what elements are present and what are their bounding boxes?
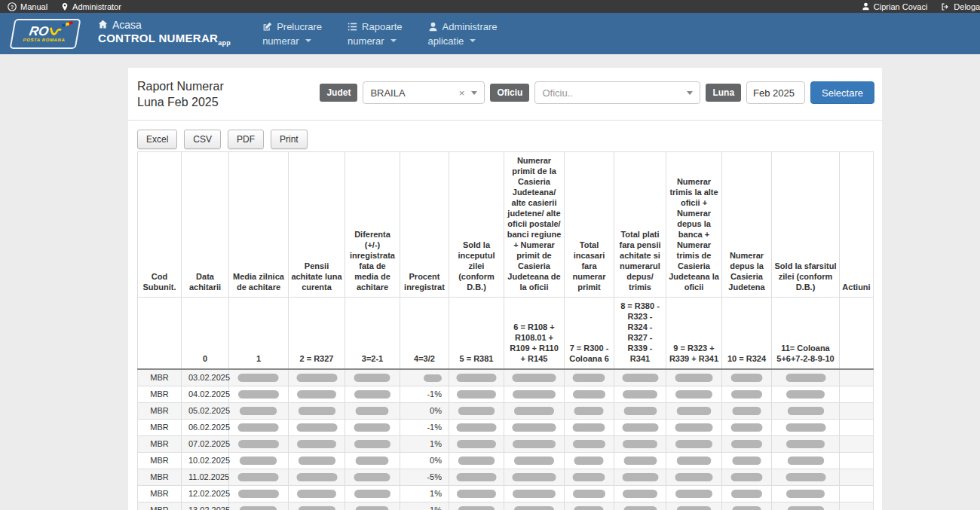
redaction-pill	[456, 473, 497, 481]
formula-cell: 2 = R327	[289, 298, 345, 370]
redaction-pill	[298, 457, 335, 465]
cell-sold-inceput-redacted	[449, 469, 504, 485]
table-row: MBR 06.02.2025 -1%	[138, 419, 874, 435]
oficiu-placeholder: Oficiu..	[542, 87, 687, 99]
cell-actiuni	[840, 469, 874, 485]
cell-sold-sfarsit-redacted	[772, 369, 840, 386]
cell-procent: 1%	[400, 435, 449, 452]
print-export-button[interactable]: Print	[271, 130, 308, 149]
redaction-pill	[296, 374, 337, 382]
cell-pensii-achitate-redacted	[289, 485, 345, 502]
cell-procent: 0%	[400, 402, 449, 419]
col-header-diferenta: Diferenta (+/-) inregistrata fata de med…	[345, 152, 400, 298]
table-row: MBR 13.02.2025 -1%	[138, 502, 874, 510]
redaction-pill	[623, 490, 658, 498]
home-link[interactable]: Acasa	[98, 18, 231, 32]
redaction-pill	[731, 423, 763, 432]
cell-sold-sfarsit-redacted	[772, 485, 840, 502]
menu-label: Administrare	[443, 20, 498, 34]
redaction-pill	[297, 490, 337, 498]
formula-cell: 4=3/2	[400, 298, 449, 370]
cell-diferenta-redacted	[345, 452, 400, 469]
redaction-pill	[623, 457, 657, 465]
posta-romana-logo[interactable]: RO POSTA ROMANA	[9, 19, 81, 49]
csv-export-button[interactable]: CSV	[184, 130, 221, 149]
cell-actiuni	[840, 435, 874, 452]
oficiu-filter-label: Oficiu	[490, 84, 529, 102]
cell-media-zilnica-redacted	[229, 469, 289, 485]
luna-filter-label: Luna	[706, 84, 741, 102]
cell-procent: -5%	[400, 469, 449, 485]
cell-actiuni	[840, 452, 874, 469]
redaction-pill	[732, 506, 761, 510]
pdf-export-button[interactable]: PDF	[228, 130, 264, 149]
col-header-total-plati: Total plati fara pensii achitate si nume…	[614, 152, 666, 298]
redaction-pill	[513, 440, 556, 448]
redaction-pill	[786, 473, 825, 481]
cell-sold-inceput-redacted	[449, 419, 504, 435]
cell-sold-inceput-redacted	[449, 502, 504, 510]
cell-total-incasari-redacted	[565, 435, 614, 452]
cell-sold-inceput-redacted	[449, 402, 504, 419]
location-indicator[interactable]: Administrator	[61, 2, 121, 11]
cell-procent: -1%	[400, 419, 449, 435]
menu-label: Rapoarte	[362, 20, 402, 34]
manual-link[interactable]: ? Manual	[8, 2, 47, 11]
redaction-pill	[573, 423, 605, 432]
posthorn-icon	[47, 26, 63, 37]
oficiu-select[interactable]: Oficiu..	[534, 81, 700, 104]
redaction-pill	[786, 440, 825, 448]
table-row: MBR 10.02.2025 0%	[138, 452, 874, 469]
cell-numerar-trimis-redacted	[666, 402, 722, 419]
redaction-pill	[458, 407, 495, 415]
cell-procent: 0%	[400, 452, 449, 469]
cell-sold-sfarsit-redacted	[772, 502, 840, 510]
cell-pensii-achitate-redacted	[289, 469, 345, 485]
cell-sold-inceput-redacted	[449, 452, 504, 469]
cell-diferenta-redacted	[345, 419, 400, 435]
menu-prelucrare-numerar[interactable]: Prelucrare numerar	[262, 20, 322, 48]
cell-numerar-primit-redacted	[504, 419, 565, 435]
menu-rapoarte-numerar[interactable]: Rapoarte numerar	[348, 20, 402, 48]
redaction-pill	[675, 390, 712, 399]
luna-input[interactable]	[746, 81, 805, 104]
app-brand-title[interactable]: CONTROL NUMERARapp	[98, 32, 231, 50]
cell-actiuni	[840, 386, 874, 402]
menu-label-2: numerar	[262, 34, 299, 48]
cell-numerar-depus-redacted	[722, 452, 772, 469]
cell-total-incasari-redacted	[565, 419, 614, 435]
cell-pensii-achitate-redacted	[289, 369, 345, 386]
cell-procent: 1%	[400, 485, 449, 502]
brand-block: Acasa CONTROL NUMERARapp	[98, 18, 231, 50]
cell-numerar-depus-redacted	[722, 419, 772, 435]
cell-sold-sfarsit-redacted	[772, 435, 840, 452]
selectare-button[interactable]: Selectare	[810, 81, 874, 104]
cell-media-zilnica-redacted	[229, 435, 289, 452]
cell-sold-inceput-redacted	[449, 435, 504, 452]
current-user[interactable]: Ciprian Covaci	[862, 2, 928, 11]
cell-diferenta-redacted	[345, 485, 400, 502]
clear-selection-icon[interactable]: ×	[459, 87, 465, 99]
cell-numerar-primit-redacted	[504, 485, 565, 502]
redaction-pill	[458, 506, 495, 510]
redaction-pill	[574, 407, 604, 415]
cell-numerar-depus-redacted	[722, 435, 772, 452]
list-icon	[348, 22, 357, 32]
cell-numerar-trimis-redacted	[666, 502, 722, 510]
excel-export-button[interactable]: Excel	[137, 130, 177, 149]
judet-select[interactable]: BRAILA ×	[363, 81, 485, 104]
cell-sold-sfarsit-redacted	[772, 452, 840, 469]
redaction-pill	[786, 374, 825, 382]
cell-numerar-trimis-redacted	[666, 469, 722, 485]
col-header-data-achitarii: Data achitarii	[182, 152, 229, 298]
cell-cod-subunit: MBR	[138, 369, 182, 386]
table-row: MBR 03.02.2025	[138, 369, 874, 386]
cell-total-incasari-redacted	[565, 469, 614, 485]
redaction-pill	[574, 457, 604, 465]
cell-numerar-primit-redacted	[504, 469, 565, 485]
menu-administrare-aplicatie[interactable]: Administrare aplicatie	[428, 20, 498, 48]
logout-link[interactable]: Delogare	[941, 2, 974, 11]
cell-total-incasari-redacted	[565, 502, 614, 510]
redaction-pill	[623, 407, 657, 415]
cell-total-incasari-redacted	[565, 485, 614, 502]
